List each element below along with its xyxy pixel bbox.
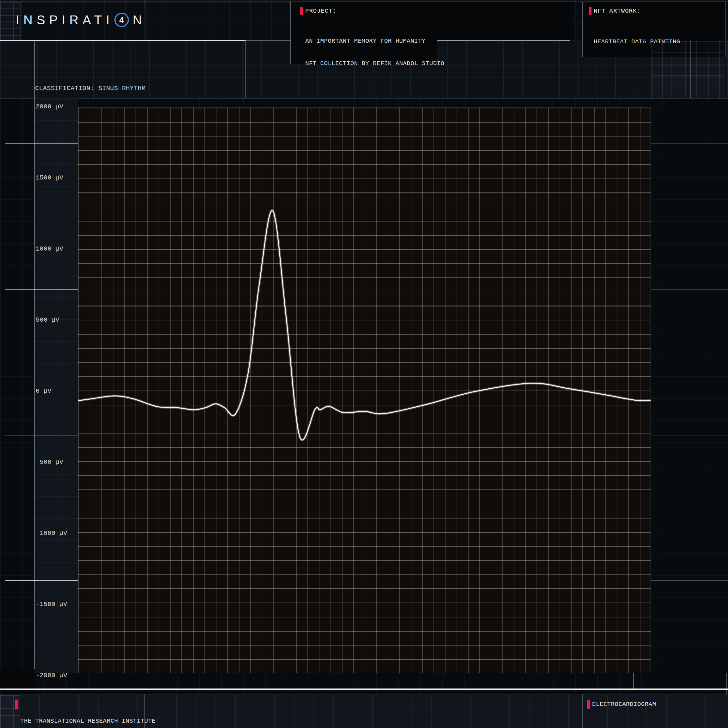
nft-artwork-label: NFT ARTWORK: bbox=[594, 8, 641, 15]
trish-line-1: THE TRANSLATIONAL RESEARCH INSTITUTE bbox=[20, 717, 156, 725]
header-divider-line-left-dim bbox=[246, 40, 291, 41]
inspiration4-logo: INSPIRATI 4 N bbox=[16, 12, 146, 28]
ecg-trace-line bbox=[78, 210, 651, 440]
y-tick-label: -1500 µV bbox=[36, 601, 67, 608]
corner-grid-top-right bbox=[651, 41, 725, 98]
project-block: PROJECT: AN IMPORTANT MEMORY FOR HUMANIT… bbox=[291, 2, 437, 64]
axis-tick-line bbox=[5, 144, 78, 144]
electrocardiogram-label-group: ELECTROCARDIOGRAM bbox=[587, 700, 656, 709]
bottom-separator bbox=[633, 673, 634, 689]
y-tick-label: 0 µV bbox=[36, 387, 52, 395]
project-label: PROJECT: bbox=[305, 8, 336, 15]
y-tick-label: 2000 µV bbox=[36, 103, 64, 110]
y-tick-label: 500 µV bbox=[36, 316, 60, 324]
y-tick-label: -500 µV bbox=[36, 459, 64, 466]
project-line-2: NFT COLLECTION BY REFIK ANADOL STUDIO bbox=[305, 60, 437, 67]
y-tick-label: 1000 µV bbox=[36, 245, 64, 253]
y-axis-line bbox=[34, 40, 35, 689]
trish-credit: THE TRANSLATIONAL RESEARCH INSTITUTE FOR… bbox=[15, 699, 156, 728]
axis-tick-line-right bbox=[651, 435, 728, 436]
band-separator bbox=[245, 40, 246, 98]
logo-text-prefix: INSPIRATI bbox=[16, 13, 114, 27]
y-tick-label: -1000 µV bbox=[36, 529, 67, 537]
header-divider-line-left bbox=[0, 40, 246, 41]
axis-tick-line bbox=[5, 289, 78, 290]
header-tick bbox=[290, 0, 291, 5]
axis-tick-line bbox=[5, 435, 78, 436]
y-tick-label: 1500 µV bbox=[36, 174, 64, 182]
ecg-trace-glow bbox=[78, 210, 651, 440]
header-separator bbox=[144, 2, 144, 40]
ecg-trace-svg bbox=[78, 108, 651, 673]
header-middle-black-panel bbox=[436, 2, 571, 40]
axis-tick-line-right bbox=[651, 289, 728, 290]
y-axis-panel bbox=[35, 98, 78, 673]
classification-text: CLASSIFICATION: SINUS RHYTHM bbox=[35, 82, 193, 95]
logo-circle-4-icon: 4 bbox=[115, 13, 129, 27]
axis-tick-line bbox=[5, 580, 78, 581]
red-accent-marker bbox=[587, 700, 590, 709]
red-accent-marker bbox=[589, 7, 592, 15]
red-accent-marker bbox=[15, 700, 18, 709]
axis-tick-line-right bbox=[651, 144, 728, 144]
footer-separator bbox=[582, 694, 583, 728]
header-tick bbox=[436, 0, 436, 5]
electrocardiogram-label: ELECTROCARDIOGRAM bbox=[592, 700, 656, 709]
red-accent-marker bbox=[300, 7, 303, 15]
axis-tick-line-right bbox=[651, 580, 728, 581]
artwork-frame: INSPIRATI 4 N PROJECT: AN IMPORTANT MEMO… bbox=[0, 0, 728, 728]
ecg-plot-area bbox=[78, 107, 651, 673]
project-line-1: AN IMPORTANT MEMORY FOR HUMANITY bbox=[305, 38, 437, 45]
y-tick-label: -2000 µV bbox=[36, 672, 67, 679]
top-border-line bbox=[0, 1, 728, 2]
bottom-divider-line bbox=[0, 688, 728, 690]
header-tick bbox=[582, 0, 582, 5]
bottom-left-black-patch bbox=[0, 669, 35, 694]
